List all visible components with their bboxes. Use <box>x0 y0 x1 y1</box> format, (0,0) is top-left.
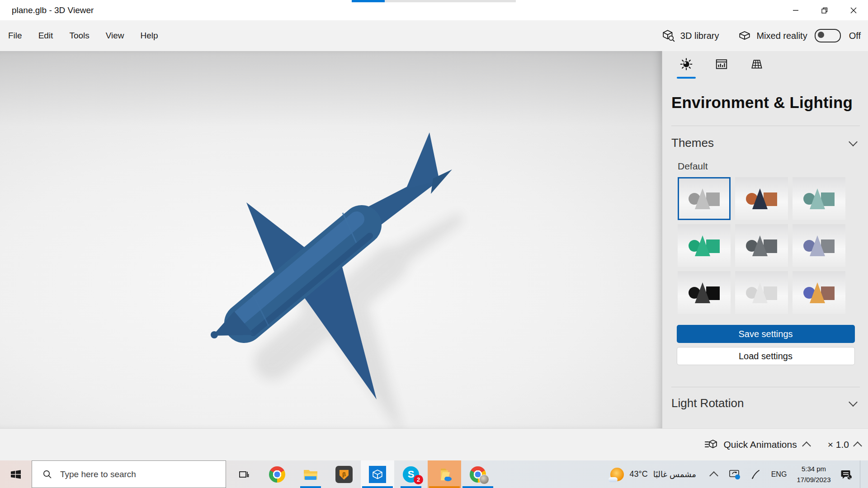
theme-default-gray[interactable] <box>678 177 731 220</box>
cone-shape <box>810 282 825 303</box>
quick-animations-label[interactable]: Quick Animations <box>723 439 797 450</box>
load-settings-button[interactable]: Load settings <box>677 347 855 365</box>
stats-icon <box>715 57 728 71</box>
close-button[interactable] <box>839 0 868 20</box>
themes-section-header[interactable]: Themes <box>671 136 860 150</box>
cone-shape <box>810 188 825 209</box>
hidden-icons-button[interactable] <box>703 460 724 488</box>
windows-logo-icon <box>10 469 22 480</box>
weather-cloud-icon <box>609 477 618 482</box>
menu-edit[interactable]: Edit <box>38 31 53 41</box>
environment-panel: Environment & Lighting Themes Default <box>662 51 868 428</box>
task-view-icon <box>237 468 250 481</box>
chrome-icon <box>269 466 285 483</box>
search-input[interactable] <box>59 469 210 480</box>
date: 17/09/2023 <box>792 474 835 485</box>
restore-icon <box>821 7 828 14</box>
tab-lighting[interactable] <box>677 57 696 79</box>
chevron-down-icon <box>849 137 858 146</box>
loading-progress-track <box>352 0 516 2</box>
app-icon-chrome-profile[interactable] <box>461 460 495 488</box>
show-desktop-button[interactable] <box>860 460 864 488</box>
search-icon <box>42 469 53 480</box>
mixed-reality-state: Off <box>849 31 861 41</box>
chevron-up-icon[interactable] <box>853 441 862 450</box>
mixed-reality-label: Mixed reality <box>756 31 807 41</box>
running-indicator <box>401 486 421 488</box>
menu-tools[interactable]: Tools <box>69 31 89 41</box>
menu-help[interactable]: Help <box>141 31 158 41</box>
theme-black[interactable] <box>678 271 731 314</box>
app-icon-chrome[interactable] <box>260 460 294 488</box>
taskbar: β S 2 <box>0 460 868 488</box>
language-indicator[interactable]: ENG <box>766 470 792 479</box>
theme-group-label: Default <box>678 161 860 172</box>
weather-widget[interactable]: 43°C مشمس غالبًا <box>603 468 703 481</box>
menu-view[interactable]: View <box>106 31 124 41</box>
temperature: 43°C <box>629 469 647 479</box>
theme-green[interactable] <box>678 224 731 267</box>
save-settings-button[interactable]: Save settings <box>677 325 855 343</box>
start-button[interactable] <box>0 460 32 488</box>
window-controls <box>781 0 868 20</box>
light-rotation-header[interactable]: Light Rotation <box>671 396 860 410</box>
cone-shape <box>752 282 768 303</box>
cube-magnifier-icon <box>662 29 675 42</box>
theme-teal[interactable] <box>793 177 845 220</box>
app-icon-file-explorer[interactable] <box>294 460 327 488</box>
theme-lavender[interactable] <box>793 224 845 267</box>
animations-icon <box>704 439 718 450</box>
window-title: plane.glb - 3D Viewer <box>12 5 94 15</box>
beta-shield-glyph: β <box>340 469 349 480</box>
app-icon-skype[interactable]: S 2 <box>394 460 428 488</box>
taskbar-search[interactable] <box>32 460 226 488</box>
mixed-reality-icon <box>738 29 751 42</box>
mixed-reality-toggle[interactable] <box>815 29 841 42</box>
time: 5:34 pm <box>792 464 835 474</box>
3d-viewer-icon <box>369 466 386 483</box>
grid-icon <box>750 57 764 71</box>
tab-stats[interactable] <box>712 57 731 79</box>
display-cast-button[interactable] <box>724 460 745 488</box>
theme-sunset[interactable] <box>793 271 845 314</box>
panel-title: Environment & Lighting <box>671 90 860 115</box>
action-center-icon <box>840 468 852 481</box>
theme-dark-gray[interactable] <box>735 224 788 267</box>
theme-white[interactable] <box>735 271 788 314</box>
divider <box>671 387 860 387</box>
file-explorer-icon <box>302 466 319 483</box>
cone-shape <box>810 235 825 256</box>
minimize-button[interactable] <box>781 0 810 20</box>
menu-file[interactable]: File <box>8 31 22 41</box>
action-center-button[interactable] <box>835 460 856 488</box>
app-icon-3d-viewer[interactable] <box>361 460 394 488</box>
running-indicator <box>462 486 493 488</box>
light-rotation-label: Light Rotation <box>671 396 744 410</box>
task-view-button[interactable] <box>226 460 260 488</box>
toggle-knob <box>818 32 824 38</box>
plane-model <box>0 51 662 428</box>
theme-grid <box>678 177 860 314</box>
3d-library-label: 3D library <box>680 31 719 41</box>
divider <box>671 126 860 126</box>
clock[interactable]: 5:34 pm 17/09/2023 <box>792 464 835 485</box>
sun-icon <box>679 57 693 71</box>
theme-orange-navy[interactable] <box>735 177 788 220</box>
chevron-up-icon[interactable] <box>802 441 811 450</box>
cone-shape <box>695 235 710 256</box>
zoom-level[interactable]: × 1.0 <box>828 439 849 450</box>
app-icon-folder-onedrive[interactable] <box>428 460 461 488</box>
restore-button[interactable] <box>810 0 839 20</box>
cone-shape <box>695 188 710 209</box>
themes-label: Themes <box>671 136 714 150</box>
windows-ink-button[interactable] <box>745 460 766 488</box>
loading-progress-fill <box>352 0 385 2</box>
tab-grid[interactable] <box>747 57 766 79</box>
cone-shape <box>752 188 768 209</box>
app-icon-shield[interactable]: β <box>327 460 361 488</box>
chevron-down-icon <box>849 398 858 407</box>
running-indicator <box>300 486 321 488</box>
3d-library-button[interactable]: 3D library <box>662 29 719 42</box>
cone-shape <box>752 235 768 256</box>
3d-viewport[interactable] <box>0 51 662 428</box>
